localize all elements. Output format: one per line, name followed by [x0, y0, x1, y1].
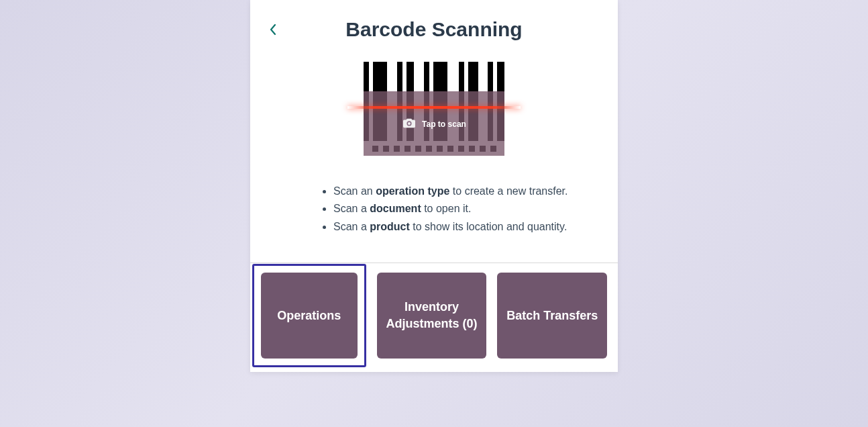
scan-line — [347, 106, 521, 109]
back-button[interactable] — [265, 21, 281, 38]
tap-label: Tap to scan — [422, 120, 466, 129]
chevron-left-icon — [268, 23, 278, 36]
divider — [250, 263, 618, 263]
camera-icon — [402, 117, 417, 131]
tap-row: Tap to scan — [402, 117, 466, 131]
page-title: Barcode Scanning — [345, 18, 522, 41]
inventory-adjustments-button[interactable]: Inventory Adjustments (0) — [377, 273, 487, 359]
instruction-line-2: Scan a document to open it. — [333, 200, 580, 218]
barcode-area: Tap to scan — [261, 62, 607, 156]
header: Barcode Scanning — [261, 16, 607, 43]
main-card: Barcode Scanning — [250, 0, 618, 372]
svg-point-1 — [408, 122, 411, 125]
selected-highlight: Operations — [252, 264, 366, 367]
operations-button[interactable]: Operations — [261, 273, 358, 359]
batch-transfers-button[interactable]: Batch Transfers — [497, 273, 607, 359]
action-buttons-row: Operations Inventory Adjustments (0) Bat… — [261, 273, 607, 359]
instruction-line-1: Scan an operation type to create a new t… — [333, 183, 580, 200]
instructions: Scan an operation type to create a new t… — [261, 183, 607, 236]
instruction-line-3: Scan a product to show its location and … — [333, 218, 580, 236]
barcode-widget: Tap to scan — [364, 62, 504, 156]
tap-to-scan-button[interactable]: Tap to scan — [364, 91, 504, 156]
